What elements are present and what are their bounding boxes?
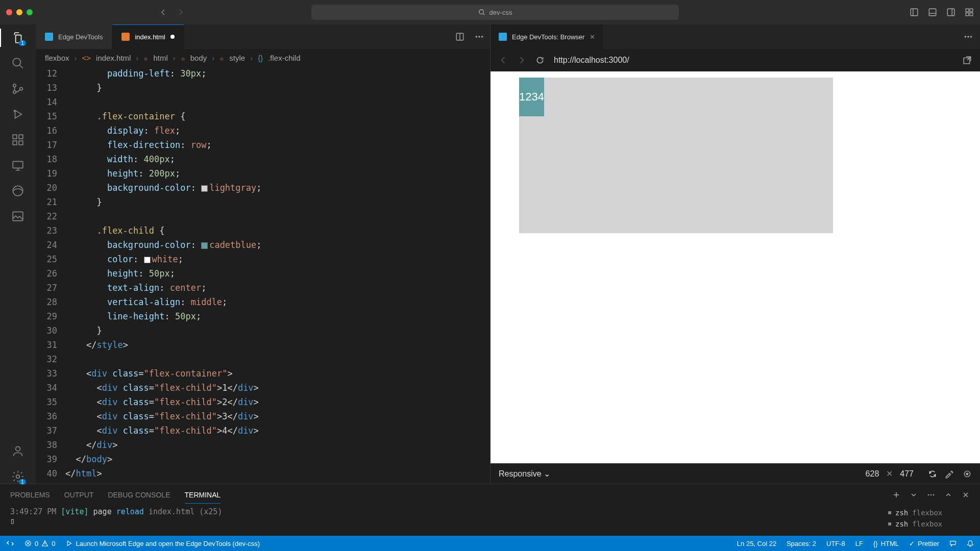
svg-point-25 — [481, 36, 483, 37]
status-launch-task[interactable]: Launch Microsoft Edge and open the Edge … — [65, 540, 260, 547]
preview-flex-container: 1 2 3 4 — [519, 78, 833, 233]
minimize-window-button[interactable] — [16, 9, 22, 15]
activity-search[interactable] — [11, 56, 25, 70]
more-actions-icon[interactable] — [964, 32, 973, 41]
nav-forward-icon[interactable] — [177, 8, 185, 16]
status-cursor-position[interactable]: Ln 25, Col 22 — [737, 540, 776, 547]
activity-bar: 1 1 — [0, 24, 36, 484]
svg-rect-17 — [13, 161, 23, 168]
activity-edge-devtools[interactable] — [11, 184, 25, 198]
eyedropper-icon[interactable] — [944, 469, 953, 479]
breadcrumb-item[interactable]: flexbox — [45, 54, 69, 62]
breadcrumb[interactable]: flexbox › <> index.html › ⬦ html › ⬦ bod… — [36, 49, 490, 66]
breadcrumb-item[interactable]: html — [153, 54, 167, 62]
status-notifications-icon[interactable] — [967, 540, 974, 547]
chevron-up-icon[interactable] — [944, 491, 952, 499]
status-feedback-icon[interactable] — [949, 540, 957, 547]
code-content[interactable]: padding-left: 30px; } .flex-container { … — [65, 66, 490, 484]
viewport-height[interactable]: 477 — [900, 469, 914, 479]
chevron-right-icon: › — [136, 54, 138, 62]
device-mode-dropdown[interactable]: Responsive ⌄ — [499, 469, 550, 479]
tab-index-html[interactable]: index.html — [112, 24, 184, 49]
nav-back-icon[interactable] — [159, 8, 167, 16]
chevron-right-icon: › — [212, 54, 214, 62]
panel-tab-debug-console[interactable]: DEBUG CONSOLE — [108, 491, 170, 499]
close-panel-icon[interactable] — [962, 491, 970, 499]
tab-edge-devtools[interactable]: Edge DevTools — [36, 24, 112, 49]
panel-tab-terminal[interactable]: TERMINAL — [185, 491, 221, 504]
status-indentation[interactable]: Spaces: 2 — [787, 540, 816, 547]
open-external-icon[interactable] — [963, 56, 972, 65]
html-file-icon — [121, 33, 130, 41]
new-terminal-icon[interactable] — [892, 491, 900, 499]
svg-rect-19 — [13, 212, 23, 220]
preview-flex-child: 3 — [532, 78, 538, 116]
svg-point-34 — [933, 494, 935, 495]
layout-panel-bottom-icon[interactable] — [928, 8, 937, 17]
code-editor[interactable]: 1213141516171819202122232425262728293031… — [36, 66, 490, 484]
activity-source-control[interactable] — [11, 82, 25, 96]
breadcrumb-item[interactable]: body — [190, 54, 207, 62]
dirty-indicator-icon — [170, 35, 175, 39]
activity-settings[interactable]: 1 — [11, 469, 25, 484]
svg-point-0 — [479, 10, 483, 14]
status-problems[interactable]: 0 0 — [24, 540, 55, 547]
terminal[interactable]: 3:49:27 PM [vite] page reload index.html… — [0, 505, 980, 536]
target-icon[interactable] — [963, 469, 972, 479]
breadcrumb-item[interactable]: .flex-child — [268, 54, 300, 62]
browser-viewport[interactable]: 1 2 3 4 — [491, 71, 980, 463]
status-encoding[interactable]: UTF-8 — [826, 540, 845, 547]
activity-remote[interactable] — [11, 158, 25, 172]
status-remote[interactable] — [6, 539, 14, 547]
panel-tab-output[interactable]: OUTPUT — [64, 491, 94, 499]
browser-reload-icon[interactable] — [535, 56, 545, 65]
status-language[interactable]: {} HTML — [873, 540, 899, 547]
tag-icon: ⬦ — [143, 54, 148, 62]
chevron-right-icon: › — [173, 54, 176, 62]
svg-rect-7 — [970, 13, 973, 16]
status-bar: 0 0 Launch Microsoft Edge and open the E… — [0, 536, 980, 551]
layout-panel-left-icon[interactable] — [910, 8, 919, 17]
close-window-button[interactable] — [6, 9, 12, 15]
more-actions-icon[interactable] — [927, 491, 935, 499]
svg-point-9 — [13, 84, 16, 87]
window-controls — [6, 9, 33, 15]
svg-point-11 — [20, 87, 22, 90]
split-editor-icon[interactable] — [455, 32, 464, 41]
activity-accounts[interactable] — [11, 444, 25, 458]
browser-tab[interactable]: Edge DevTools: Browser ✕ — [491, 24, 603, 49]
status-prettier[interactable]: ✓ Prettier — [909, 540, 939, 547]
svg-point-32 — [928, 494, 929, 495]
maximize-window-button[interactable] — [27, 9, 33, 15]
terminal-list-item[interactable]: zsh flexbox — [888, 507, 970, 518]
svg-rect-1 — [911, 9, 918, 16]
terminal-list-item[interactable]: zsh flexbox — [888, 518, 970, 530]
svg-point-21 — [16, 475, 20, 479]
breadcrumb-item[interactable]: style — [229, 54, 245, 62]
svg-point-31 — [966, 473, 968, 474]
url-bar[interactable]: http://localhost:3000/ — [554, 56, 629, 65]
tab-label: index.html — [135, 33, 165, 41]
panel-tab-problems[interactable]: PROBLEMS — [10, 491, 50, 499]
svg-point-8 — [13, 58, 20, 66]
svg-rect-16 — [19, 135, 23, 139]
breadcrumb-item[interactable]: index.html — [96, 54, 131, 62]
browser-back-icon[interactable] — [499, 56, 508, 65]
activity-run-debug[interactable] — [11, 107, 25, 121]
close-icon[interactable]: ✕ — [590, 33, 595, 41]
layout-panel-right-icon[interactable] — [946, 8, 955, 17]
more-actions-icon[interactable] — [475, 32, 484, 41]
terminal-dropdown-icon[interactable] — [910, 491, 918, 499]
svg-point-28 — [970, 36, 972, 37]
settings-badge: 1 — [19, 479, 26, 485]
rotate-icon[interactable] — [928, 469, 937, 479]
svg-point-24 — [478, 36, 480, 37]
activity-extensions[interactable] — [11, 133, 25, 147]
activity-explorer[interactable]: 1 — [11, 31, 25, 45]
browser-forward-icon[interactable] — [517, 56, 526, 65]
layout-customize-icon[interactable] — [965, 8, 974, 17]
viewport-width[interactable]: 628 — [866, 469, 879, 479]
activity-image[interactable] — [11, 209, 25, 223]
command-center[interactable]: dev-css — [311, 5, 679, 20]
status-eol[interactable]: LF — [855, 540, 863, 547]
